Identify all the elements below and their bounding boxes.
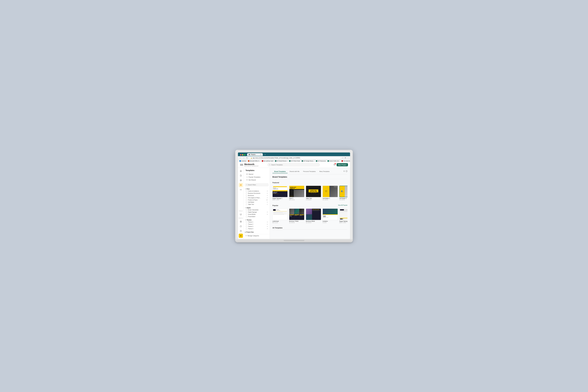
hamburger-button[interactable] — [240, 163, 243, 166]
template-card-brochure-bifold[interactable]: BROCHURE HEADING — [306, 208, 321, 223]
template-card-self-mailer-1[interactable]: 🛡 HEADLINE Self-M — [322, 186, 338, 200]
info-icon[interactable] — [346, 170, 348, 172]
filter-onepagers[interactable]: One-pagers & Repo... 2 — [245, 197, 268, 199]
checkbox-onepagers[interactable] — [246, 197, 247, 198]
filter-theme4[interactable]: Theme 4 3 — [245, 228, 268, 230]
extensions-icon[interactable]: ⚙ — [344, 157, 346, 159]
brochure-bi-design: BROCHURE HEADING — [306, 209, 321, 220]
search-input[interactable] — [271, 164, 318, 166]
sm1-left: 🛡 — [323, 186, 330, 197]
sort-icon[interactable] — [343, 170, 345, 172]
manage-categories[interactable]: Manage Categories — [244, 234, 270, 237]
digital-section-header[interactable]: ▼ Digital — [245, 207, 268, 209]
template-card-table-tent[interactable]: Enter yourheadline here DATE · TIME · VE… — [306, 186, 321, 200]
bookmark-office[interactable]: Microsoft Office H... — [248, 160, 260, 162]
close-button[interactable] — [240, 154, 241, 156]
bookmark-wit-brand[interactable]: WIT Brand Resour... — [274, 160, 288, 162]
maximize-button[interactable] — [244, 154, 245, 156]
back-button[interactable]: ← — [239, 157, 242, 159]
nav-user-icon[interactable]: Q — [239, 234, 243, 238]
reload-button[interactable]: ↻ — [246, 157, 248, 159]
notification-button[interactable]: 0 — [334, 164, 336, 166]
nav-help[interactable] — [239, 229, 243, 233]
minimize-button[interactable] — [242, 154, 243, 156]
nav-print-1[interactable] — [239, 220, 243, 224]
bookmark-onedrive[interactable]: OneDrive — [239, 160, 247, 162]
nav-print-2[interactable] — [239, 224, 243, 228]
filter-business[interactable]: Business Documents 2 — [245, 192, 268, 194]
template-card-self-mailer-2[interactable]: 🎭 Self-Mailer 2 11 x 8.5 in — [339, 186, 348, 200]
project-size-section-header[interactable]: ▶ Project Size — [245, 231, 268, 233]
checkbox-digital-signage[interactable] — [246, 212, 247, 213]
filter-posters[interactable]: Posters & Flyers 10 — [245, 199, 268, 201]
nav-images[interactable] — [239, 178, 243, 182]
menu-icon[interactable]: ⋮ — [347, 157, 349, 159]
bookmark-wit-resources[interactable]: WIT Resources — [316, 160, 326, 162]
tab-shared-with-me[interactable]: Shared with Me — [288, 170, 301, 173]
view-all-popular-link[interactable]: View All Popular — [338, 204, 348, 206]
filter-search[interactable] — [245, 184, 268, 186]
template-card-digital-signage-1[interactable]: Enter your headline here Lorem ipsum dol… — [272, 186, 288, 200]
bookmark-wit-design[interactable]: WIT Design Resou... — [301, 160, 315, 162]
nav-tool-1[interactable] — [239, 212, 243, 216]
new-project-button[interactable]: New Project — [336, 163, 348, 166]
nav-templates[interactable] — [239, 183, 243, 187]
bookmark-wit-photo[interactable]: WIT Photo Portal — [289, 160, 300, 162]
browser-chrome: Projects ✕ + ← → ↻ 🔒 app.marq.com/docume… — [238, 152, 350, 162]
checkbox-presentation[interactable] — [246, 216, 247, 217]
template-card-invitation[interactable]: EventMailer Date · Time · Location Invit… — [322, 208, 338, 223]
filter-theme1[interactable]: Theme 1 4 — [245, 221, 268, 223]
filter-digital-signage[interactable]: Digital Signage 4 — [245, 211, 268, 213]
filter-search-input[interactable] — [248, 184, 267, 186]
checkbox-self-mailer[interactable] — [246, 202, 247, 203]
tab-marq-templates[interactable]: Marq Templates — [318, 170, 331, 173]
template-card-flyer-3[interactable]: ENTER YOURHEADLINEHERE EVENT INFO Flyer … — [289, 186, 304, 200]
themes-section-header[interactable]: ▼ Themes — [245, 219, 268, 221]
sidebar-not-shared[interactable]: Not Shared — [244, 178, 269, 181]
tab-personal-templates[interactable]: Personal Templates — [301, 170, 318, 173]
tab-close-icon[interactable]: ✕ — [260, 154, 261, 155]
filter-social[interactable]: Social Media 3 — [245, 213, 268, 216]
bookmark-lastpass[interactable]: My LastPass Vault — [261, 160, 274, 162]
filter-self-mailer[interactable]: Self-Mailer 2 — [245, 201, 268, 203]
checkbox-theme3[interactable] — [246, 226, 247, 227]
new-tab-button[interactable]: + — [264, 153, 267, 156]
checkbox-social[interactable] — [246, 214, 247, 215]
nav-home[interactable] — [239, 169, 243, 173]
forward-button[interactable]: → — [242, 157, 245, 159]
checkbox-theme2[interactable] — [246, 224, 247, 225]
filter-email[interactable]: Email / Newsletter — [245, 209, 268, 211]
checkbox-theme4[interactable] — [246, 228, 247, 230]
sidebar-starred[interactable]: Starred — [244, 173, 269, 176]
tab-brand-templates[interactable]: Brand Templates — [272, 170, 288, 173]
print-section-header[interactable]: ▼ Print — [245, 188, 268, 190]
template-card-brochure-trifold[interactable]: INSERT HEADING — [289, 208, 304, 223]
checkbox-posters[interactable] — [246, 199, 247, 201]
filter-table-tent[interactable]: Table Tent 1 — [245, 203, 268, 206]
address-bar[interactable]: 🔒 app.marq.com/documents#/templates?fold… — [249, 157, 341, 159]
checkbox-business[interactable] — [246, 192, 247, 194]
filter-label: Presentation — [248, 216, 255, 217]
filter-theme3[interactable]: Theme 3 3 — [245, 226, 268, 228]
checkbox-theme1[interactable] — [246, 221, 247, 223]
checkbox-brochures[interactable] — [246, 195, 247, 196]
checkbox-cards[interactable] — [246, 190, 247, 192]
template-size: 20.67 x 15 in — [272, 199, 288, 200]
bookmark-daily-beast[interactable]: The Daily Beast — [341, 160, 350, 162]
nav-settings[interactable] — [239, 188, 243, 192]
flyer3-footer: EVENT INFO — [290, 196, 293, 196]
filter-presentation[interactable]: Presentation — [245, 216, 268, 218]
template-card-digital-signage-2[interactable]: Enter Headline Here — [339, 208, 348, 223]
nav-documents[interactable] — [239, 174, 243, 178]
star-icon[interactable]: ☆ — [342, 157, 344, 159]
active-tab[interactable]: Projects ✕ — [247, 153, 263, 156]
checkbox-table-tent[interactable] — [246, 204, 247, 205]
filter-cards[interactable]: Cards & Invitations 4 — [245, 190, 268, 192]
header-search[interactable] — [268, 163, 320, 166]
sidebar-popular[interactable]: Popular Templates — [244, 176, 269, 178]
filter-brochures[interactable]: Brochures 2 — [245, 194, 268, 197]
checkbox-email[interactable] — [246, 209, 247, 211]
filter-theme2[interactable]: Theme 2 4 — [245, 223, 268, 226]
bookmark-bpl[interactable]: Boston Public Libr... — [327, 160, 340, 162]
template-card-letterhead[interactable]: WentworthInstitute of Technology — [272, 208, 288, 223]
